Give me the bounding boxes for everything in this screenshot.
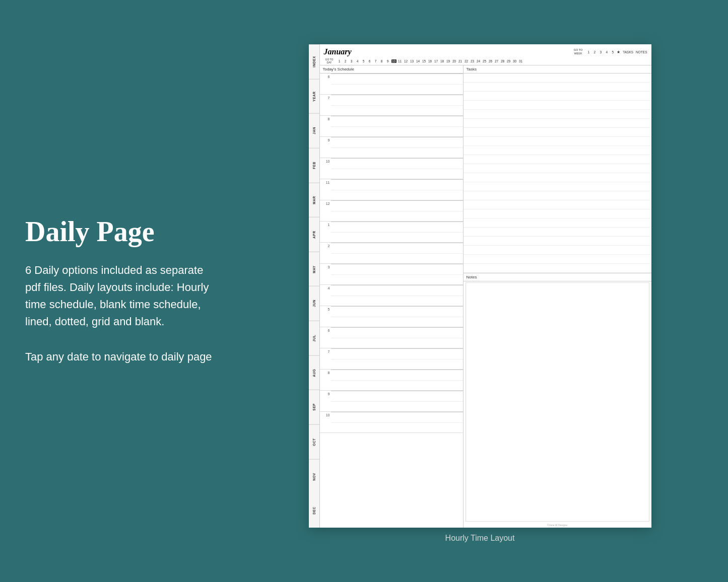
hour-block-3: 3 <box>320 264 463 285</box>
day-num-29[interactable]: 29 <box>506 59 511 63</box>
day-num-27[interactable]: 27 <box>494 59 499 63</box>
week-num-5[interactable]: 5 <box>610 50 615 54</box>
sidebar-tab-year[interactable]: YEAR <box>309 79 319 114</box>
tasks-title: Tasks <box>464 65 651 74</box>
day-num-9[interactable]: 9 <box>385 59 390 63</box>
hour-label: 8 <box>320 370 331 375</box>
hour-mid-line <box>331 359 463 359</box>
hour-mid-line <box>331 401 463 402</box>
go-to-day-label: GO TODAY <box>324 58 335 64</box>
left-panel: Daily Page 6 Daily options included as s… <box>0 186 247 396</box>
day-num-2[interactable]: 2 <box>343 59 348 63</box>
tasks-notes-section: Tasks Notes ©Jane W Designs <box>464 65 651 528</box>
sidebar-tab-sep[interactable]: SEP <box>309 390 319 424</box>
task-row[interactable] <box>464 74 651 83</box>
hour-mid-line <box>331 338 463 338</box>
hour-block-10: 10 <box>320 412 463 433</box>
sidebar-tab-dec[interactable]: DEC <box>309 493 319 528</box>
hour-mid-line <box>331 232 463 233</box>
day-num-24[interactable]: 24 <box>476 59 481 63</box>
day-nums: 1234567891011121314151617181920212223242… <box>337 59 523 63</box>
day-num-16[interactable]: 16 <box>428 59 433 63</box>
sidebar-tab-aug[interactable]: AUG <box>309 355 319 390</box>
day-num-20[interactable]: 20 <box>452 59 457 63</box>
hour-block-10: 10 <box>320 158 463 179</box>
day-num-7[interactable]: 7 <box>373 59 378 63</box>
task-row[interactable] <box>464 137 651 146</box>
day-num-12[interactable]: 12 <box>404 59 409 63</box>
day-num-11[interactable]: 11 <box>398 59 403 63</box>
hour-top-line <box>331 306 463 307</box>
hour-mid-line <box>331 211 463 211</box>
task-row[interactable] <box>464 164 651 173</box>
week-nums: 12345 <box>586 50 615 54</box>
tasks-area: Tasks <box>464 65 651 273</box>
schedule-section: Today's Schedule 678910111212345678910 <box>320 65 464 528</box>
task-row[interactable] <box>464 128 651 137</box>
sidebar-tab-may[interactable]: MAY <box>309 252 319 286</box>
task-row[interactable] <box>464 264 651 273</box>
sidebar-tab-oct[interactable]: OCT <box>309 424 319 459</box>
task-row[interactable] <box>464 200 651 209</box>
hour-mid-line <box>331 190 463 190</box>
sidebar-tab-jan[interactable]: JAN <box>309 113 319 148</box>
day-num-8[interactable]: 8 <box>379 59 384 63</box>
task-row[interactable] <box>464 237 651 246</box>
hour-mid-line <box>331 148 463 148</box>
week-num-3[interactable]: 3 <box>598 50 603 54</box>
day-num-21[interactable]: 21 <box>458 59 463 63</box>
task-row[interactable] <box>464 101 651 110</box>
task-row[interactable] <box>464 228 651 237</box>
day-num-5[interactable]: 5 <box>361 59 366 63</box>
hour-top-line <box>331 74 463 74</box>
day-num-14[interactable]: 14 <box>416 59 421 63</box>
task-row[interactable] <box>464 155 651 164</box>
task-row[interactable] <box>464 110 651 119</box>
day-num-15[interactable]: 15 <box>422 59 427 63</box>
day-num-13[interactable]: 13 <box>410 59 415 63</box>
day-num-30[interactable]: 30 <box>512 59 517 63</box>
day-num-17[interactable]: 17 <box>434 59 439 63</box>
sidebar-tab-index[interactable]: INDEX <box>309 44 319 79</box>
task-row[interactable] <box>464 146 651 155</box>
day-num-4[interactable]: 4 <box>355 59 360 63</box>
day-num-28[interactable]: 28 <box>500 59 505 63</box>
day-num-26[interactable]: 26 <box>488 59 493 63</box>
task-row[interactable] <box>464 246 651 255</box>
day-num-19[interactable]: 19 <box>446 59 451 63</box>
sidebar-tab-feb[interactable]: FEB <box>309 148 319 183</box>
day-num-22[interactable]: 22 <box>464 59 469 63</box>
sidebar-tab-jul[interactable]: JUL <box>309 321 319 355</box>
task-row[interactable] <box>464 191 651 200</box>
day-num-23[interactable]: 23 <box>470 59 475 63</box>
notes-content[interactable] <box>466 282 649 522</box>
task-row[interactable] <box>464 182 651 191</box>
day-num-1[interactable]: 1 <box>337 59 342 63</box>
hour-label: 7 <box>320 348 331 353</box>
hour-top-line <box>331 391 463 391</box>
task-row[interactable] <box>464 173 651 182</box>
day-num-6[interactable]: 6 <box>367 59 372 63</box>
day-num-31[interactable]: 31 <box>518 59 523 63</box>
sidebar-tab-apr[interactable]: APR <box>309 217 319 252</box>
week-num-1[interactable]: 1 <box>586 50 591 54</box>
sidebar-tab-jun[interactable]: JUN <box>309 286 319 321</box>
day-num-10[interactable]: 10 <box>391 59 396 63</box>
day-num-3[interactable]: 3 <box>349 59 354 63</box>
hour-label: 10 <box>320 412 331 417</box>
task-row[interactable] <box>464 255 651 264</box>
day-num-18[interactable]: 18 <box>440 59 445 63</box>
hour-mid-line <box>331 317 463 317</box>
sidebar-tab-mar[interactable]: MAR <box>309 183 319 217</box>
tasks-header-label: TASKS <box>623 50 633 54</box>
sidebar-tab-nov[interactable]: NOV <box>309 459 319 494</box>
task-row[interactable] <box>464 209 651 219</box>
week-num-4[interactable]: 4 <box>604 50 609 54</box>
task-row[interactable] <box>464 119 651 128</box>
week-num-2[interactable]: 2 <box>592 50 597 54</box>
page-title: Daily Page <box>25 216 222 248</box>
task-row[interactable] <box>464 83 651 92</box>
task-row[interactable] <box>464 92 651 101</box>
day-num-25[interactable]: 25 <box>482 59 487 63</box>
task-row[interactable] <box>464 219 651 228</box>
